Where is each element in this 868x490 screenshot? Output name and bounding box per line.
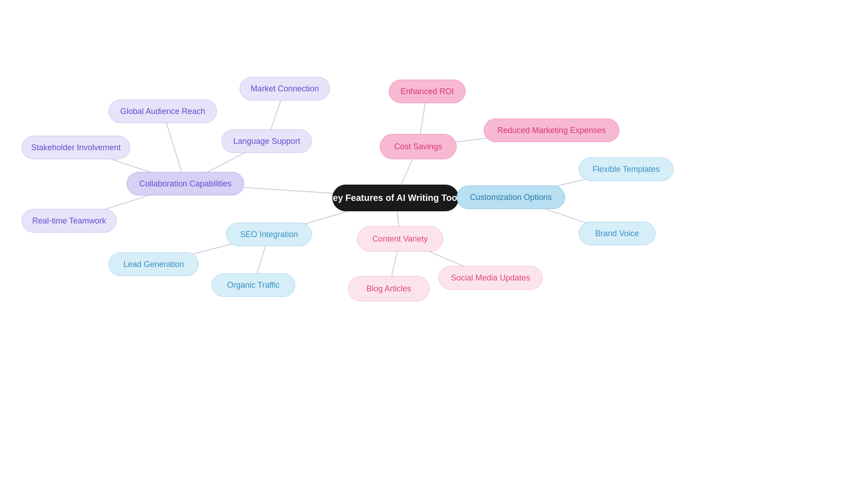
node-cost-savings: Cost Savings xyxy=(380,134,457,159)
node-language-support: Language Support xyxy=(222,129,312,153)
node-collaboration: Collaboration Capabilities xyxy=(127,172,244,195)
node-organic-traffic: Organic Traffic xyxy=(212,273,295,297)
node-lead-generation: Lead Generation xyxy=(108,252,199,276)
node-seo-integration: SEO Integration xyxy=(226,223,312,246)
node-customization: Customization Options xyxy=(457,186,565,209)
node-reduced-marketing: Reduced Marketing Expenses xyxy=(484,119,619,142)
center-node: Key Features of AI Writing Tools xyxy=(332,185,459,211)
node-stakeholder: Stakeholder Involvement xyxy=(22,136,130,159)
node-realtime: Real-time Teamwork xyxy=(22,209,117,233)
mindmap-container: Key Features of AI Writing ToolsCollabor… xyxy=(0,0,868,490)
node-enhanced-roi: Enhanced ROI xyxy=(389,80,466,103)
node-social-media: Social Media Updates xyxy=(439,266,542,290)
node-brand-voice: Brand Voice xyxy=(579,222,656,245)
node-global-audience: Global Audience Reach xyxy=(108,100,217,123)
node-blog-articles: Blog Articles xyxy=(348,276,429,301)
node-flexible-templates: Flexible Templates xyxy=(579,157,674,181)
node-content-variety: Content Variety xyxy=(357,226,443,252)
node-market-connection: Market Connection xyxy=(240,77,330,100)
